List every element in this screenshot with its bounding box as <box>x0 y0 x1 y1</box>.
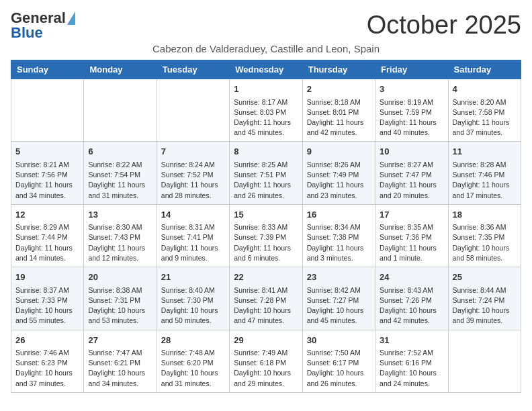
calendar-cell: 25Sunrise: 8:44 AM Sunset: 7:24 PM Dayli… <box>448 267 521 330</box>
calendar-cell: 8Sunrise: 8:25 AM Sunset: 7:51 PM Daylig… <box>230 142 302 204</box>
day-number: 14 <box>161 208 225 222</box>
day-number: 15 <box>234 208 298 222</box>
day-number: 9 <box>307 145 371 158</box>
calendar-table: SundayMondayTuesdayWednesdayThursdayFrid… <box>11 60 521 393</box>
calendar-cell <box>11 79 84 142</box>
cell-info: Sunrise: 8:20 AM Sunset: 7:58 PM Dayligh… <box>453 97 517 138</box>
calendar-cell <box>84 79 157 142</box>
calendar-cell: 5Sunrise: 8:21 AM Sunset: 7:56 PM Daylig… <box>11 142 84 204</box>
day-number: 21 <box>161 271 225 284</box>
cell-info: Sunrise: 8:31 AM Sunset: 7:41 PM Dayligh… <box>161 222 225 263</box>
day-number: 3 <box>380 83 443 96</box>
day-number: 10 <box>380 145 443 158</box>
cell-info: Sunrise: 8:27 AM Sunset: 7:47 PM Dayligh… <box>380 160 443 201</box>
calendar-cell: 22Sunrise: 8:41 AM Sunset: 7:28 PM Dayli… <box>230 267 302 330</box>
month-title: October 2025 <box>367 11 521 40</box>
cell-info: Sunrise: 8:22 AM Sunset: 7:54 PM Dayligh… <box>88 160 152 201</box>
cell-info: Sunrise: 8:43 AM Sunset: 7:26 PM Dayligh… <box>380 285 443 326</box>
day-number: 27 <box>88 334 152 347</box>
day-number: 6 <box>88 145 152 158</box>
calendar-cell: 28Sunrise: 7:48 AM Sunset: 6:20 PM Dayli… <box>157 330 229 392</box>
calendar-cell: 6Sunrise: 8:22 AM Sunset: 7:54 PM Daylig… <box>84 142 157 204</box>
logo: General Blue <box>11 11 75 40</box>
day-header-friday: Friday <box>375 60 448 79</box>
day-number: 4 <box>453 83 517 96</box>
calendar-cell: 3Sunrise: 8:19 AM Sunset: 7:59 PM Daylig… <box>375 79 448 142</box>
cell-info: Sunrise: 8:33 AM Sunset: 7:39 PM Dayligh… <box>234 222 298 263</box>
day-number: 22 <box>234 271 298 284</box>
cell-info: Sunrise: 8:24 AM Sunset: 7:52 PM Dayligh… <box>161 160 225 201</box>
calendar-cell: 23Sunrise: 8:42 AM Sunset: 7:27 PM Dayli… <box>302 267 375 330</box>
week-row-5: 26Sunrise: 7:46 AM Sunset: 6:23 PM Dayli… <box>11 330 521 392</box>
week-row-4: 19Sunrise: 8:37 AM Sunset: 7:33 PM Dayli… <box>11 267 521 330</box>
cell-info: Sunrise: 8:25 AM Sunset: 7:51 PM Dayligh… <box>234 160 298 201</box>
calendar-cell: 24Sunrise: 8:43 AM Sunset: 7:26 PM Dayli… <box>375 267 448 330</box>
day-number: 16 <box>307 208 371 222</box>
day-number: 29 <box>234 334 298 347</box>
calendar-cell: 26Sunrise: 7:46 AM Sunset: 6:23 PM Dayli… <box>11 330 84 392</box>
cell-info: Sunrise: 7:47 AM Sunset: 6:21 PM Dayligh… <box>88 348 152 389</box>
week-row-1: 1Sunrise: 8:17 AM Sunset: 8:03 PM Daylig… <box>11 79 521 142</box>
day-header-saturday: Saturday <box>448 60 521 79</box>
day-number: 19 <box>15 271 79 284</box>
cell-info: Sunrise: 7:46 AM Sunset: 6:23 PM Dayligh… <box>15 348 79 389</box>
cell-info: Sunrise: 8:21 AM Sunset: 7:56 PM Dayligh… <box>15 160 79 201</box>
cell-info: Sunrise: 8:36 AM Sunset: 7:35 PM Dayligh… <box>453 222 517 263</box>
day-number: 26 <box>15 334 79 347</box>
logo-triangle-icon <box>67 11 75 25</box>
day-number: 7 <box>161 145 225 158</box>
calendar-cell: 10Sunrise: 8:27 AM Sunset: 7:47 PM Dayli… <box>375 142 448 204</box>
calendar-cell: 31Sunrise: 7:52 AM Sunset: 6:16 PM Dayli… <box>375 330 448 392</box>
calendar-cell: 13Sunrise: 8:30 AM Sunset: 7:43 PM Dayli… <box>84 204 157 267</box>
day-number: 25 <box>453 271 517 284</box>
calendar-cell <box>448 330 521 392</box>
calendar-cell: 15Sunrise: 8:33 AM Sunset: 7:39 PM Dayli… <box>230 204 302 267</box>
calendar-cell: 11Sunrise: 8:28 AM Sunset: 7:46 PM Dayli… <box>448 142 521 204</box>
cell-info: Sunrise: 8:28 AM Sunset: 7:46 PM Dayligh… <box>453 160 517 201</box>
subtitle: Cabezon de Valderaduey, Castille and Leo… <box>11 43 521 54</box>
day-number: 13 <box>88 208 152 222</box>
calendar-cell: 12Sunrise: 8:29 AM Sunset: 7:44 PM Dayli… <box>11 204 84 267</box>
day-number: 23 <box>307 271 371 284</box>
day-number: 31 <box>380 334 443 347</box>
day-header-monday: Monday <box>84 60 157 79</box>
day-number: 1 <box>234 83 298 96</box>
cell-info: Sunrise: 8:42 AM Sunset: 7:27 PM Dayligh… <box>307 285 371 326</box>
cell-info: Sunrise: 7:50 AM Sunset: 6:17 PM Dayligh… <box>307 348 371 389</box>
cell-info: Sunrise: 8:35 AM Sunset: 7:36 PM Dayligh… <box>380 222 443 263</box>
day-header-thursday: Thursday <box>302 60 375 79</box>
week-row-2: 5Sunrise: 8:21 AM Sunset: 7:56 PM Daylig… <box>11 142 521 204</box>
cell-info: Sunrise: 8:38 AM Sunset: 7:31 PM Dayligh… <box>88 285 152 326</box>
calendar-cell: 27Sunrise: 7:47 AM Sunset: 6:21 PM Dayli… <box>84 330 157 392</box>
calendar-cell: 18Sunrise: 8:36 AM Sunset: 7:35 PM Dayli… <box>448 204 521 267</box>
day-number: 24 <box>380 271 443 284</box>
calendar-cell: 7Sunrise: 8:24 AM Sunset: 7:52 PM Daylig… <box>157 142 229 204</box>
cell-info: Sunrise: 8:18 AM Sunset: 8:01 PM Dayligh… <box>307 97 371 138</box>
day-number: 11 <box>453 145 517 158</box>
calendar-cell: 4Sunrise: 8:20 AM Sunset: 7:58 PM Daylig… <box>448 79 521 142</box>
logo-general-text: General <box>11 11 66 26</box>
cell-info: Sunrise: 8:26 AM Sunset: 7:49 PM Dayligh… <box>307 160 371 201</box>
calendar-cell: 29Sunrise: 7:49 AM Sunset: 6:18 PM Dayli… <box>230 330 302 392</box>
cell-info: Sunrise: 8:34 AM Sunset: 7:38 PM Dayligh… <box>307 222 371 263</box>
day-number: 8 <box>234 145 298 158</box>
week-row-3: 12Sunrise: 8:29 AM Sunset: 7:44 PM Dayli… <box>11 204 521 267</box>
calendar-cell: 9Sunrise: 8:26 AM Sunset: 7:49 PM Daylig… <box>302 142 375 204</box>
header: General Blue October 2025 <box>11 11 521 40</box>
cell-info: Sunrise: 8:44 AM Sunset: 7:24 PM Dayligh… <box>453 285 517 326</box>
calendar-cell: 19Sunrise: 8:37 AM Sunset: 7:33 PM Dayli… <box>11 267 84 330</box>
cell-info: Sunrise: 7:52 AM Sunset: 6:16 PM Dayligh… <box>380 348 443 389</box>
calendar-cell: 14Sunrise: 8:31 AM Sunset: 7:41 PM Dayli… <box>157 204 229 267</box>
calendar-cell: 16Sunrise: 8:34 AM Sunset: 7:38 PM Dayli… <box>302 204 375 267</box>
cell-info: Sunrise: 8:17 AM Sunset: 8:03 PM Dayligh… <box>234 97 298 138</box>
day-number: 12 <box>15 208 79 222</box>
day-header-wednesday: Wednesday <box>230 60 302 79</box>
day-header-sunday: Sunday <box>11 60 84 79</box>
day-number: 30 <box>307 334 371 347</box>
calendar-cell: 17Sunrise: 8:35 AM Sunset: 7:36 PM Dayli… <box>375 204 448 267</box>
day-number: 2 <box>307 83 371 96</box>
day-number: 28 <box>161 334 225 347</box>
calendar-cell: 30Sunrise: 7:50 AM Sunset: 6:17 PM Dayli… <box>302 330 375 392</box>
cell-info: Sunrise: 8:29 AM Sunset: 7:44 PM Dayligh… <box>15 222 79 263</box>
calendar-cell: 1Sunrise: 8:17 AM Sunset: 8:03 PM Daylig… <box>230 79 302 142</box>
